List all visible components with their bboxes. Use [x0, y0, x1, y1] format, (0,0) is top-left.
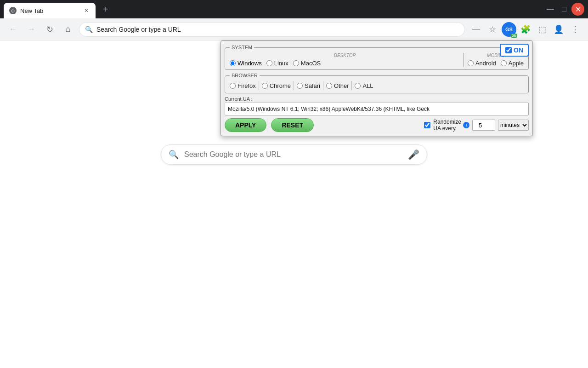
radio-firefox[interactable]: Firefox [230, 82, 256, 89]
search-input[interactable] [184, 150, 402, 159]
browser-radio-group: Firefox Chrome Safari Other ALL [230, 81, 524, 90]
radio-apple[interactable]: Apple [501, 60, 524, 67]
radio-android[interactable]: Android [468, 60, 496, 67]
profile-button[interactable]: 👤 [551, 22, 566, 37]
randomize-section: RandomizeUA every i minutes seconds hour… [424, 119, 529, 132]
on-label: ON [514, 46, 523, 54]
radio-chrome[interactable]: Chrome [262, 82, 291, 89]
home-button[interactable]: ⌂ [61, 22, 75, 37]
toolbar: ← → ↻ ⌂ 🔍 Search Google or type a URL ⸻ … [0, 18, 588, 40]
forward-button[interactable]: → [24, 22, 39, 37]
back-button[interactable]: ← [6, 22, 20, 37]
maximize-button[interactable]: □ [558, 3, 571, 16]
extensions-button[interactable]: 🧩 [518, 22, 533, 37]
mobile-radio-group: Android Apple [468, 60, 524, 67]
extension-ua-button[interactable]: GS ON [502, 22, 516, 37]
toolbar-actions: ⸻ ☆ GS ON 🧩 ⬚ 👤 ⋮ [469, 22, 582, 37]
system-fieldset: SYSTEM DESKTOP Windows Linux MacOS [225, 45, 529, 70]
browser-legend: BROWSER [230, 73, 260, 78]
desktop-column: DESKTOP Windows Linux MacOS [230, 53, 464, 67]
desktop-label: DESKTOP [230, 53, 460, 58]
search-icon-main: 🔍 [169, 150, 179, 160]
divider-4 [351, 81, 352, 90]
browser-tab[interactable]: ⊙ New Tab ✕ [4, 3, 96, 18]
radio-windows[interactable]: Windows [230, 60, 262, 67]
mic-icon[interactable]: 🎤 [408, 149, 419, 160]
address-text: Search Google or type a URL [96, 26, 459, 33]
extension-badge: ON [511, 34, 518, 38]
address-bar[interactable]: 🔍 Search Google or type a URL [79, 22, 465, 37]
reload-button[interactable]: ↻ [42, 22, 57, 37]
radio-macos[interactable]: MacOS [293, 60, 321, 67]
search-icon: 🔍 [85, 26, 93, 33]
randomize-checkbox[interactable] [424, 122, 430, 128]
tab-close-button[interactable]: ✕ [83, 7, 90, 14]
close-button[interactable]: ✕ [571, 3, 584, 16]
titlebar: ⊙ New Tab ✕ + — □ ✕ [0, 0, 588, 18]
radio-all[interactable]: ALL [355, 82, 373, 89]
divider-3 [323, 81, 323, 90]
ua-popup-panel: ON SYSTEM DESKTOP Windows Linux [220, 40, 533, 136]
info-icon[interactable]: i [463, 122, 469, 128]
tab-title: New Tab [20, 7, 79, 14]
desktop-radio-group: Windows Linux MacOS [230, 60, 460, 67]
system-columns: DESKTOP Windows Linux MacOS [230, 53, 524, 67]
search-box[interactable]: 🔍 🎤 [161, 144, 427, 165]
randomize-unit-select[interactable]: minutes seconds hours [498, 120, 529, 131]
on-checkbox[interactable] [505, 47, 512, 53]
minimize-button[interactable]: — [544, 3, 557, 16]
radio-safari[interactable]: Safari [297, 82, 320, 89]
reset-button[interactable]: RESET [271, 118, 314, 132]
bookmark-button[interactable]: ☆ [485, 22, 500, 37]
current-ua-label: Current UA : [225, 96, 529, 102]
system-legend: SYSTEM [230, 45, 254, 50]
current-ua-input[interactable] [225, 103, 529, 115]
new-tab-button[interactable]: + [99, 3, 112, 16]
bottom-row: APPLY RESET RandomizeUA every i minutes … [225, 118, 529, 132]
radio-other[interactable]: Other [326, 82, 349, 89]
divider-1 [259, 81, 259, 90]
radio-linux[interactable]: Linux [266, 60, 288, 67]
current-ua-section: Current UA : [225, 96, 529, 115]
page-content: ON SYSTEM DESKTOP Windows Linux [0, 40, 588, 368]
randomize-interval-input[interactable] [472, 120, 495, 131]
apply-button[interactable]: APPLY [225, 118, 266, 132]
divider-2 [294, 81, 294, 90]
tab-favicon: ⊙ [9, 7, 17, 14]
sidebar-button[interactable]: ⬚ [535, 22, 549, 37]
on-toggle[interactable]: ON [500, 44, 529, 57]
browser-fieldset: BROWSER Firefox Chrome Safari Other [225, 73, 529, 93]
menu-button[interactable]: ⋮ [568, 22, 582, 37]
window-controls: — □ ✕ [544, 3, 584, 16]
share-button[interactable]: ⸻ [469, 22, 483, 37]
randomize-label: RandomizeUA every i [433, 119, 469, 132]
